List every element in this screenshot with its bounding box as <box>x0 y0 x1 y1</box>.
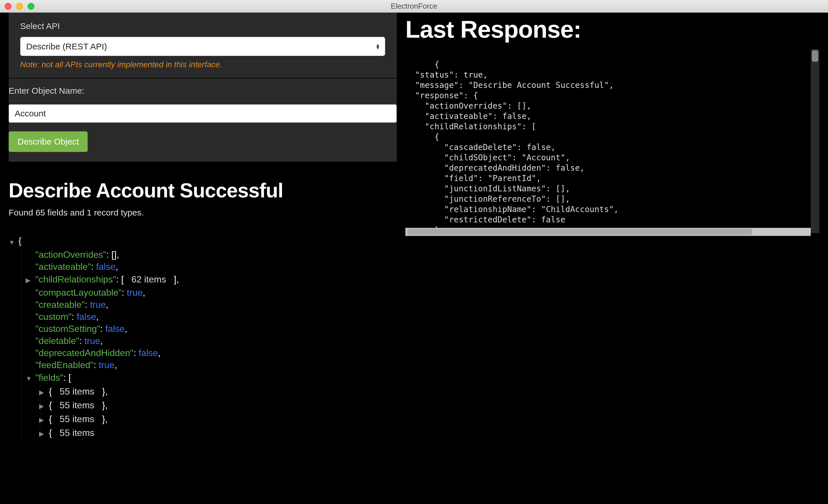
left-pane: Select API Describe (REST API) ▲▼ Note: … <box>0 13 405 504</box>
tree-entry: "compactLayoutable": true, <box>35 286 397 299</box>
tree-field-item: ▶{ 55 items }, <box>49 412 397 426</box>
traffic-lights <box>5 3 35 10</box>
tree-expand-icon[interactable]: ▶ <box>39 386 47 399</box>
tree-entry: "createable": true, <box>35 299 397 311</box>
minimize-icon[interactable] <box>16 3 23 10</box>
tree-field-item: ▶{ 55 items }, <box>49 399 397 412</box>
tree-field-item: ▶{ 55 items <box>49 426 397 440</box>
tree-entry: "activateable": false, <box>35 261 397 273</box>
scrollbar-thumb-vertical[interactable] <box>812 50 818 62</box>
tree-entry: "deletable": true, <box>35 335 397 347</box>
scrollbar-horizontal[interactable] <box>405 228 811 236</box>
result-title: Describe Account Successful <box>9 179 397 202</box>
api-select-section: Select API Describe (REST API) ▲▼ Note: … <box>9 13 397 78</box>
tree-expand-icon[interactable]: ▶ <box>39 428 47 440</box>
tree-toggle-icon[interactable]: ▼ <box>26 373 34 385</box>
describe-object-button[interactable]: Describe Object <box>9 131 88 152</box>
tree-entry: "feedEnabled": true, <box>35 359 397 371</box>
titlebar: ElectronForce <box>0 0 828 13</box>
api-note: Note: not all APIs currently implemented… <box>20 60 385 69</box>
tree-entry: ▼"fields": [ <box>35 371 397 385</box>
object-name-label: Enter Object Name: <box>9 86 397 96</box>
tree-entry: "customSetting": false, <box>35 323 397 335</box>
tree-toggle-icon[interactable]: ▼ <box>9 236 17 248</box>
tree-expand-icon[interactable]: ▶ <box>39 400 47 412</box>
tree-entry: "deprecatedAndHidden": false, <box>35 347 397 359</box>
maximize-icon[interactable] <box>28 3 35 10</box>
tree-expand-icon[interactable]: ▶ <box>39 414 47 426</box>
window-title: ElectronForce <box>391 2 437 11</box>
tree-brace-open: { <box>18 235 22 247</box>
close-icon[interactable] <box>5 3 11 10</box>
right-pane: Last Response: { "status": true, "messag… <box>405 13 828 504</box>
json-raw-box: { "status": true, "message": "Describe A… <box>405 49 819 236</box>
scrollbar-vertical[interactable] <box>811 49 819 233</box>
tree-entry: "custom": false, <box>35 311 397 323</box>
select-api-label: Select API <box>20 21 385 31</box>
json-raw-text: { "status": true, "message": "Describe A… <box>405 60 619 236</box>
scrollbar-thumb-horizontal[interactable] <box>407 229 752 235</box>
tree-entry: ▶"childRelationships": [ 62 items ], <box>35 273 397 286</box>
api-select[interactable]: Describe (REST API) <box>20 37 385 56</box>
object-input-section: Enter Object Name: Describe Object <box>9 79 397 162</box>
tree-field-item: ▶{ 55 items }, <box>49 385 397 399</box>
object-name-input[interactable] <box>9 104 397 123</box>
json-tree: ▼ { "actionOverrides": [],"activateable"… <box>9 235 397 440</box>
last-response-title: Last Response: <box>405 15 819 43</box>
tree-entry: "actionOverrides": [], <box>35 248 397 261</box>
select-caret-icon: ▲▼ <box>375 44 380 49</box>
tree-expand-icon[interactable]: ▶ <box>26 274 34 286</box>
result-summary: Found 65 fields and 1 record types. <box>9 208 397 218</box>
